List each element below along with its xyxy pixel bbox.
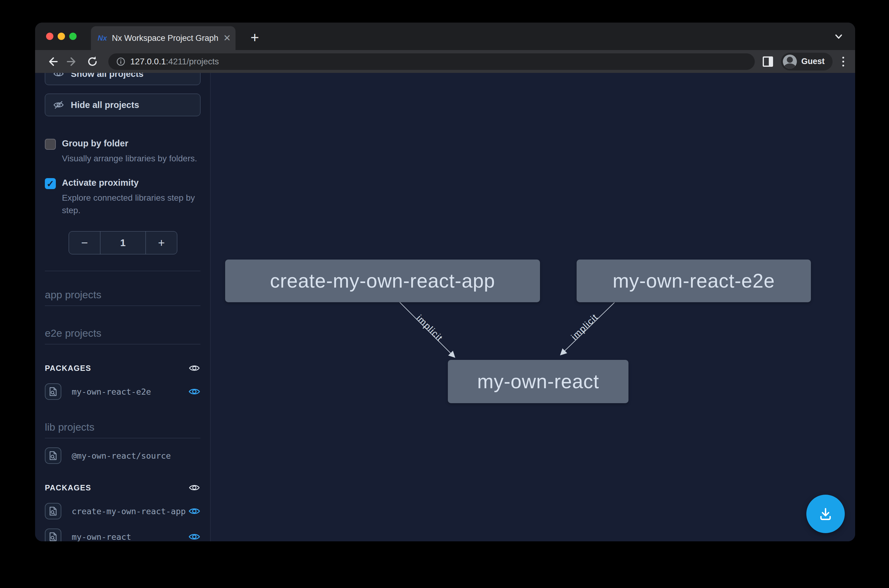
project-name[interactable]: @my-own-react/source: [72, 451, 200, 460]
proximity-depth-stepper: − 1 +: [69, 231, 177, 254]
project-name[interactable]: my-own-react: [72, 532, 188, 542]
window-zoom-button[interactable]: [69, 33, 77, 40]
project-row-my-own-react-e2e: my-own-react-e2e: [45, 383, 200, 400]
group-by-folder-label: Group by folder: [62, 138, 197, 149]
download-icon: [817, 506, 834, 522]
group-by-folder-checkbox[interactable]: [45, 139, 56, 150]
desktop-background: Nx Nx Workspace Project Graph ✕ + 127.0: [0, 0, 889, 588]
show-all-projects-button[interactable]: Show all projects: [45, 73, 200, 85]
eye-icon: [53, 73, 64, 79]
graph-edges: implicit implicit: [210, 73, 855, 542]
depth-value[interactable]: 1: [100, 231, 146, 254]
eye-off-icon: [53, 99, 64, 110]
project-file-search-icon[interactable]: [45, 528, 61, 542]
avatar-icon: [783, 55, 797, 69]
tab-close-icon[interactable]: ✕: [223, 33, 231, 43]
project-row-my-own-react: my-own-react: [45, 528, 200, 542]
activate-proximity-option: ✓ Activate proximity Explore connected l…: [45, 177, 200, 216]
depth-decrement-button[interactable]: −: [69, 231, 100, 254]
tab-strip: Nx Nx Workspace Project Graph ✕ +: [35, 22, 855, 50]
url-bar[interactable]: 127.0.0.1:4211/projects: [108, 53, 755, 70]
group-by-folder-option: Group by folder Visually arrange librari…: [45, 138, 200, 165]
window-close-button[interactable]: [46, 33, 53, 40]
nx-favicon-icon: Nx: [98, 33, 107, 43]
activate-proximity-label: Activate proximity: [62, 177, 199, 188]
url-host: 127.0.0.1: [130, 57, 166, 66]
project-name[interactable]: create-my-own-react-app: [72, 507, 188, 516]
browser-toolbar: 127.0.0.1:4211/projects Guest: [35, 50, 855, 73]
packages-1-eye-icon[interactable]: [188, 362, 200, 374]
packages-subheader-2: PACKAGES: [45, 482, 200, 494]
activate-proximity-description: Explore connected libraries step by step…: [62, 192, 199, 216]
graph-node-my-own-react-e2e[interactable]: my-own-react-e2e: [577, 260, 811, 302]
project-row-create-my-own-react-app: create-my-own-react-app: [45, 503, 200, 519]
browser-window: Nx Nx Workspace Project Graph ✕ + 127.0: [35, 22, 855, 542]
site-info-icon[interactable]: [116, 57, 125, 66]
graph-node-my-own-react[interactable]: my-own-react: [448, 360, 628, 403]
project-name[interactable]: my-own-react-e2e: [72, 387, 188, 396]
edge-implicit-label: implicit: [414, 313, 445, 343]
reload-icon[interactable]: [85, 54, 100, 69]
project-lists: app projects e2e projects PACKAGES my-ow…: [45, 271, 200, 542]
project-eye-icon[interactable]: [188, 531, 200, 542]
forward-icon[interactable]: [65, 54, 80, 69]
tab-search-chevron-down-icon[interactable]: [833, 31, 844, 42]
app-projects-header: app projects: [45, 289, 200, 306]
side-panel-icon[interactable]: [763, 56, 773, 67]
show-all-projects-label: Show all projects: [71, 73, 144, 79]
graph-node-create-my-own-react-app[interactable]: create-my-own-react-app: [225, 260, 540, 302]
page-content: Show all projects Hide all projects Grou…: [35, 73, 855, 542]
window-minimize-button[interactable]: [58, 33, 65, 40]
lib-projects-header: lib projects: [45, 421, 200, 438]
project-eye-icon[interactable]: [188, 386, 200, 398]
project-graph-canvas[interactable]: implicit implicit create-my-own-react-ap…: [210, 73, 855, 542]
hide-all-projects-button[interactable]: Hide all projects: [45, 94, 200, 116]
hide-all-projects-label: Hide all projects: [71, 100, 139, 110]
project-row-my-own-react-source: @my-own-react/source: [45, 447, 200, 464]
edge-implicit-label: implicit: [569, 312, 600, 342]
sidebar: Show all projects Hide all projects Grou…: [35, 73, 210, 542]
browser-tab[interactable]: Nx Nx Workspace Project Graph ✕: [91, 26, 236, 50]
activate-proximity-checkbox[interactable]: ✓: [45, 178, 56, 189]
url-text: 127.0.0.1:4211/projects: [130, 57, 219, 66]
packages-subheader-1: PACKAGES: [45, 362, 200, 374]
tab-title: Nx Workspace Project Graph: [112, 33, 218, 43]
project-file-search-icon[interactable]: [45, 503, 61, 519]
url-path: :4211/projects: [166, 57, 219, 66]
project-file-search-icon[interactable]: [45, 447, 61, 464]
e2e-projects-header: e2e projects: [45, 327, 200, 344]
profile-label: Guest: [801, 57, 824, 66]
browser-menu-icon[interactable]: [840, 56, 847, 68]
packages-2-eye-icon[interactable]: [188, 482, 200, 494]
project-eye-icon[interactable]: [188, 505, 200, 517]
download-graph-button[interactable]: [806, 495, 845, 533]
group-by-folder-description: Visually arrange libraries by folders.: [62, 153, 197, 165]
depth-increment-button[interactable]: +: [146, 231, 177, 254]
project-file-search-icon[interactable]: [45, 383, 61, 400]
new-tab-button[interactable]: +: [246, 28, 264, 46]
back-icon[interactable]: [45, 54, 60, 69]
profile-button[interactable]: Guest: [781, 53, 833, 70]
traffic-lights: [46, 33, 77, 40]
